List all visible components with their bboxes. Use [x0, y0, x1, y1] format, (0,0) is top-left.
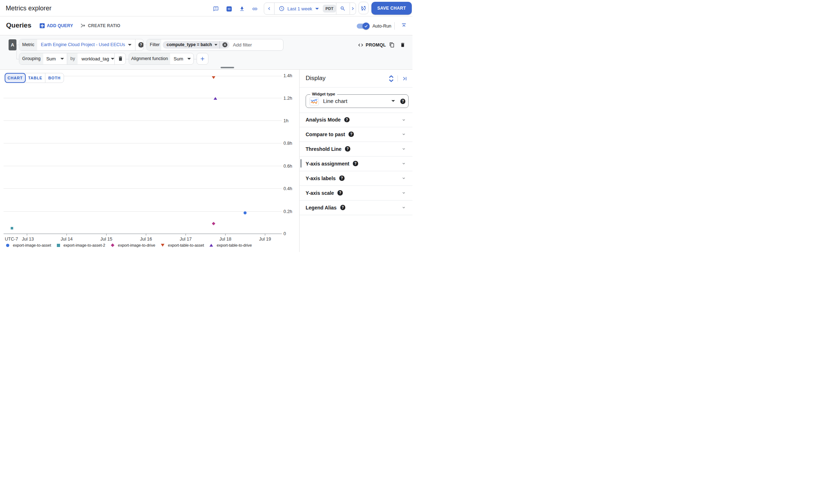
svg-text:Jul 13: Jul 13: [22, 237, 34, 242]
svg-text:1h: 1h: [283, 118, 288, 123]
svg-text:0.2h: 0.2h: [283, 209, 292, 214]
svg-text:Jul 16: Jul 16: [140, 237, 152, 242]
svg-text:Jul 17: Jul 17: [180, 237, 192, 242]
svg-text:0.4h: 0.4h: [283, 186, 292, 191]
svg-text:Jul 19: Jul 19: [259, 237, 271, 242]
svg-text:Jul 15: Jul 15: [100, 237, 112, 242]
svg-text:0: 0: [283, 231, 286, 236]
svg-text:Jul 14: Jul 14: [61, 237, 73, 242]
svg-text:1.2h: 1.2h: [283, 96, 292, 101]
svg-text:0.6h: 0.6h: [283, 164, 292, 169]
svg-text:0.8h: 0.8h: [283, 141, 292, 146]
svg-text:UTC-7: UTC-7: [5, 237, 18, 242]
svg-text:Jul 18: Jul 18: [219, 237, 231, 242]
svg-text:1.4h: 1.4h: [283, 73, 292, 78]
